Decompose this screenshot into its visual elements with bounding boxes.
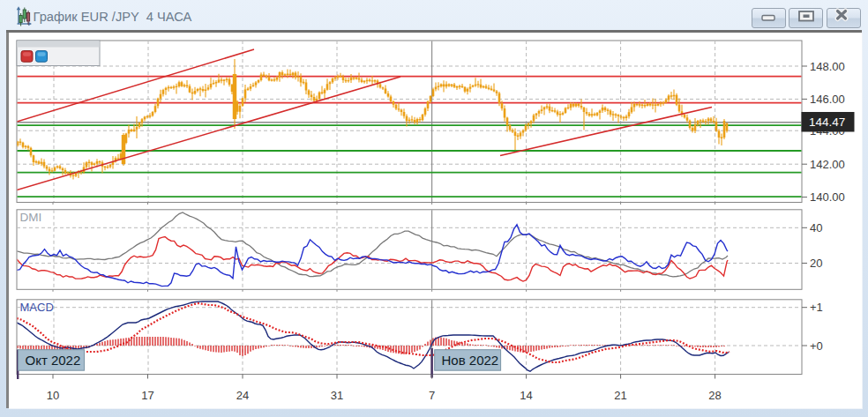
svg-text:Окт 2022: Окт 2022 bbox=[26, 353, 81, 368]
svg-text:DMI: DMI bbox=[20, 211, 42, 224]
svg-text:140.00: 140.00 bbox=[810, 190, 845, 204]
svg-text:20: 20 bbox=[810, 257, 822, 270]
svg-text:24: 24 bbox=[236, 389, 249, 402]
svg-text:+0: +0 bbox=[810, 339, 823, 353]
svg-text:7: 7 bbox=[429, 389, 435, 402]
svg-text:MACD: MACD bbox=[20, 301, 54, 314]
svg-text:142.00: 142.00 bbox=[810, 158, 845, 171]
svg-text:17: 17 bbox=[141, 389, 153, 402]
svg-text:Нов 2022: Нов 2022 bbox=[442, 353, 499, 368]
svg-text:40: 40 bbox=[810, 221, 822, 235]
svg-text:10: 10 bbox=[47, 389, 59, 402]
svg-text:144.47: 144.47 bbox=[809, 115, 845, 129]
svg-text:148.00: 148.00 bbox=[810, 60, 845, 73]
svg-text:146.00: 146.00 bbox=[810, 93, 845, 106]
svg-text:28: 28 bbox=[708, 389, 721, 402]
svg-text:+1: +1 bbox=[810, 301, 823, 314]
svg-text:31: 31 bbox=[331, 389, 343, 402]
svg-text:21: 21 bbox=[614, 389, 626, 402]
svg-text:14: 14 bbox=[520, 389, 532, 402]
